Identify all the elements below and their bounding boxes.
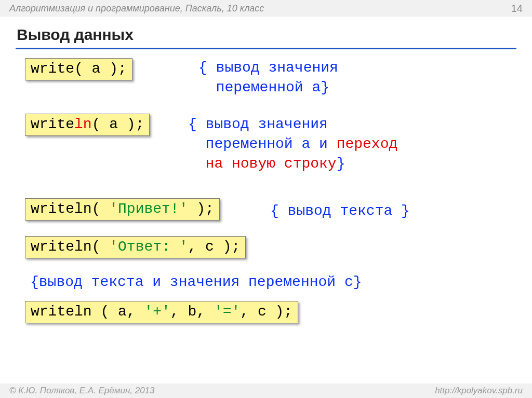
code-text: write( a ); bbox=[31, 61, 127, 77]
comment-text: {вывод текста и значения переменной c} bbox=[30, 274, 362, 290]
comment-writeln-hello: { вывод текста } bbox=[270, 201, 410, 221]
slide: Алгоритмизация и программирование, Паска… bbox=[0, 0, 532, 398]
page-number: 14 bbox=[511, 3, 523, 15]
code-text: writeln( bbox=[31, 239, 109, 255]
code-write-a: write( a ); bbox=[25, 58, 132, 80]
comment-red: на новую строку bbox=[206, 156, 337, 172]
code-text: , c ); bbox=[188, 239, 240, 255]
code-writeln-hello: writeln( 'Привет!' ); bbox=[25, 198, 220, 221]
comment-red: переход bbox=[337, 136, 398, 152]
string-literal: '=' bbox=[214, 304, 240, 320]
comment-writeln-a: { вывод значения переменной a и переход … bbox=[188, 115, 397, 173]
string-literal: 'Ответ: ' bbox=[109, 239, 188, 255]
code-text: , c ); bbox=[240, 304, 292, 320]
comment-line: переменной a и bbox=[206, 136, 337, 152]
comment-line: вывод значения bbox=[206, 116, 328, 132]
page-title: Вывод данных bbox=[17, 26, 134, 44]
string-literal: '+' bbox=[144, 304, 170, 320]
breadcrumb: Алгоритмизация и программирование, Паска… bbox=[9, 3, 264, 14]
code-text: writeln ( a, bbox=[31, 304, 144, 320]
brace-open: { bbox=[188, 116, 206, 132]
comment-text-and-var: {вывод текста и значения переменной c} bbox=[30, 272, 362, 292]
code-writeln-a: writeln( a ); bbox=[25, 114, 150, 136]
comment-line: переменной a bbox=[216, 79, 321, 95]
copyright: © К.Ю. Поляков, Е.А. Ерёмин, 2013 bbox=[9, 386, 155, 396]
code-text: writeln( bbox=[31, 201, 109, 217]
brace-open: { bbox=[198, 60, 216, 76]
code-writeln-answer: writeln( 'Ответ: ', c ); bbox=[25, 236, 246, 258]
code-text: ); bbox=[188, 201, 214, 217]
comment-write-a: { вывод значения переменной a} bbox=[198, 58, 338, 98]
bottom-bar: © К.Ю. Поляков, Е.А. Ерёмин, 2013 http:/… bbox=[0, 383, 532, 398]
comment-line: вывод значения bbox=[216, 60, 338, 76]
top-bar: Алгоритмизация и программирование, Паска… bbox=[0, 0, 532, 17]
brace-close: } bbox=[321, 79, 329, 95]
footer-url: http://kpolyakov.spb.ru bbox=[435, 386, 523, 396]
code-writeln-expr: writeln ( a, '+', b, '=', c ); bbox=[25, 301, 298, 323]
code-text: ( a ); bbox=[92, 116, 144, 132]
string-literal: 'Привет!' bbox=[109, 201, 188, 217]
comment-text: { вывод текста } bbox=[270, 203, 410, 219]
title-underline bbox=[16, 48, 516, 49]
code-text: write bbox=[31, 116, 74, 132]
code-ln: ln bbox=[74, 116, 92, 132]
brace-close: } bbox=[337, 156, 345, 172]
code-text: , b, bbox=[170, 304, 214, 320]
